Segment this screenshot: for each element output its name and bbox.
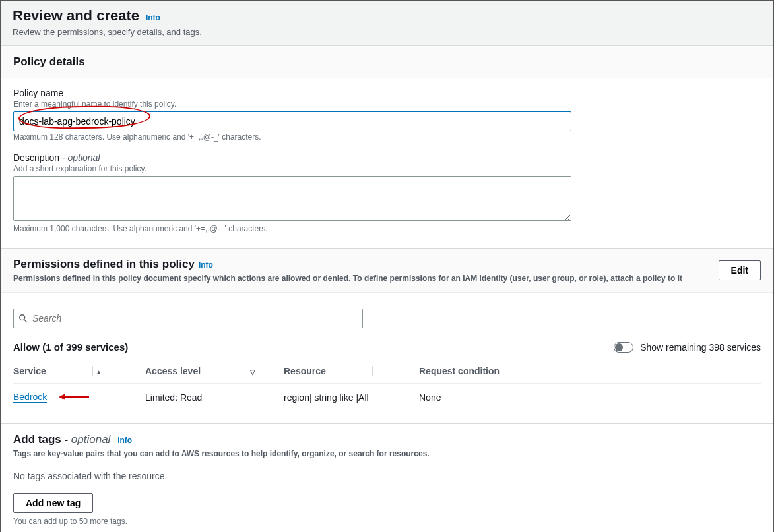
col-condition[interactable]: Request condition [419,359,761,384]
policy-details-panel: Policy details Policy name Enter a meani… [1,45,773,249]
permissions-title: Permissions defined in this policy [13,258,195,271]
description-input[interactable] [13,176,571,221]
tags-info-link[interactable]: Info [117,436,132,445]
policy-name-label: Policy name [13,88,761,98]
policy-name-input[interactable] [13,111,571,131]
add-new-tag-button[interactable]: Add new tag [13,493,93,513]
table-row: Bedrock Limited: Read region| string lik… [13,384,761,411]
description-hint: Add a short explanation for this policy. [13,164,761,173]
svg-marker-3 [59,394,65,400]
service-link-bedrock[interactable]: Bedrock [13,392,47,403]
search-input[interactable] [13,309,363,328]
tags-desc: Tags are key-value pairs that you can ad… [13,449,430,458]
page-header: Review and create Info Review the permis… [1,1,773,45]
sort-none-icon: ▽ [250,369,255,376]
tags-title: Add tags - [13,433,71,446]
description-constraint: Maximum 1,000 characters. Use alphanumer… [13,224,761,233]
info-link[interactable]: Info [146,13,160,22]
permissions-header: Permissions defined in this policy Info … [1,249,773,293]
edit-button[interactable]: Edit [719,260,761,280]
tags-empty-text: No tags associated with the resource. [13,471,761,481]
col-resource[interactable]: Resource [284,359,419,384]
allow-summary: Allow (1 of 399 services) [13,341,128,353]
cell-resource: region| string like |All [284,384,419,411]
page-subtitle: Review the permissions, specify details,… [13,27,761,37]
policy-details-title: Policy details [13,55,85,69]
cell-access: Limited: Read [145,384,284,411]
permissions-info-link[interactable]: Info [199,260,213,270]
svg-line-1 [24,320,27,322]
page-title: Review and create [13,7,139,24]
col-access[interactable]: Access level ▽ [145,359,284,384]
tags-optional: optional [71,433,111,446]
annotation-arrow [59,392,89,403]
tags-limit: You can add up to 50 more tags. [13,517,761,526]
services-table: Service ▲ Access level ▽ Resource Reques… [13,359,761,411]
sort-asc-icon: ▲ [96,369,102,376]
policy-name-constraint: Maximum 128 characters. Use alphanumeric… [13,133,761,142]
svg-point-0 [20,315,25,320]
description-label: Description - optional [13,152,761,163]
show-remaining-toggle[interactable] [614,342,633,353]
permissions-desc: Permissions defined in this policy docum… [13,274,682,283]
policy-details-header: Policy details [1,46,773,78]
show-remaining-label: Show remaining 398 services [640,342,761,353]
permissions-panel: Permissions defined in this policy Info … [1,249,773,424]
policy-name-hint: Enter a meaningful name to identify this… [13,100,761,109]
cell-condition: None [419,384,761,411]
tags-panel: Add tags - optional Info Tags are key-va… [1,424,773,532]
col-service[interactable]: Service ▲ [13,359,145,384]
search-icon [18,314,28,323]
